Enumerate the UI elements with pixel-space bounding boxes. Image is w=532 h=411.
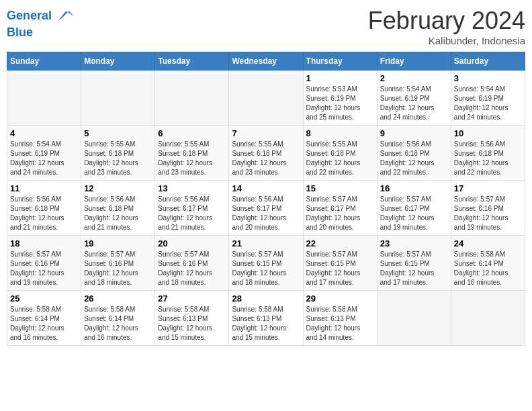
calendar-cell: 23Sunrise: 5:57 AM Sunset: 6:15 PM Dayli… [377, 236, 451, 291]
logo-text: General Blue [7, 7, 75, 40]
day-info: Sunrise: 5:57 AM Sunset: 6:16 PM Dayligh… [158, 250, 226, 287]
logo-icon [56, 7, 75, 26]
day-info: Sunrise: 5:56 AM Sunset: 6:18 PM Dayligh… [10, 195, 78, 232]
day-info: Sunrise: 5:58 AM Sunset: 6:13 PM Dayligh… [158, 305, 226, 342]
calendar-cell: 19Sunrise: 5:57 AM Sunset: 6:16 PM Dayli… [81, 236, 155, 291]
calendar-cell: 14Sunrise: 5:56 AM Sunset: 6:17 PM Dayli… [229, 181, 303, 236]
day-info: Sunrise: 5:57 AM Sunset: 6:16 PM Dayligh… [454, 195, 522, 232]
calendar-cell: 13Sunrise: 5:56 AM Sunset: 6:17 PM Dayli… [155, 181, 229, 236]
day-info: Sunrise: 5:56 AM Sunset: 6:18 PM Dayligh… [454, 140, 522, 177]
day-info: Sunrise: 5:58 AM Sunset: 6:14 PM Dayligh… [454, 250, 522, 287]
day-info: Sunrise: 5:57 AM Sunset: 6:17 PM Dayligh… [380, 195, 448, 232]
calendar-cell: 6Sunrise: 5:55 AM Sunset: 6:18 PM Daylig… [155, 126, 229, 181]
calendar-cell: 17Sunrise: 5:57 AM Sunset: 6:16 PM Dayli… [451, 181, 525, 236]
weekday-header: Tuesday [155, 52, 229, 71]
calendar-cell: 15Sunrise: 5:57 AM Sunset: 6:17 PM Dayli… [303, 181, 377, 236]
calendar-cell: 28Sunrise: 5:58 AM Sunset: 6:13 PM Dayli… [229, 291, 303, 346]
calendar-cell: 7Sunrise: 5:55 AM Sunset: 6:18 PM Daylig… [229, 126, 303, 181]
weekday-header: Sunday [7, 52, 81, 71]
day-number: 12 [84, 183, 152, 193]
day-number: 13 [158, 183, 226, 193]
day-info: Sunrise: 5:56 AM Sunset: 6:18 PM Dayligh… [380, 140, 448, 177]
day-number: 24 [454, 238, 522, 248]
day-number: 5 [84, 128, 152, 138]
day-number: 28 [232, 293, 300, 304]
day-info: Sunrise: 5:56 AM Sunset: 6:17 PM Dayligh… [158, 195, 226, 232]
day-number: 17 [454, 183, 522, 193]
day-number: 11 [10, 183, 78, 193]
day-number: 26 [84, 293, 152, 304]
weekday-header: Saturday [451, 52, 525, 71]
calendar-row: 11Sunrise: 5:56 AM Sunset: 6:18 PM Dayli… [7, 181, 525, 236]
calendar-cell [155, 71, 229, 126]
calendar-row: 4Sunrise: 5:54 AM Sunset: 6:19 PM Daylig… [7, 126, 525, 181]
day-info: Sunrise: 5:53 AM Sunset: 6:19 PM Dayligh… [306, 85, 374, 122]
day-number: 21 [232, 238, 300, 248]
day-info: Sunrise: 5:55 AM Sunset: 6:18 PM Dayligh… [158, 140, 226, 177]
day-number: 7 [232, 128, 300, 138]
calendar-cell: 24Sunrise: 5:58 AM Sunset: 6:14 PM Dayli… [451, 236, 525, 291]
day-info: Sunrise: 5:57 AM Sunset: 6:17 PM Dayligh… [306, 195, 374, 232]
calendar-body: 1Sunrise: 5:53 AM Sunset: 6:19 PM Daylig… [7, 71, 525, 346]
calendar-row: 18Sunrise: 5:57 AM Sunset: 6:16 PM Dayli… [7, 236, 525, 291]
day-info: Sunrise: 5:58 AM Sunset: 6:13 PM Dayligh… [232, 305, 300, 342]
calendar-cell [81, 71, 155, 126]
day-info: Sunrise: 5:57 AM Sunset: 6:15 PM Dayligh… [306, 250, 374, 287]
month-title: February 2024 [368, 7, 525, 35]
day-number: 23 [380, 238, 448, 248]
weekday-header: Thursday [303, 52, 377, 71]
weekday-header: Monday [81, 52, 155, 71]
calendar-cell: 3Sunrise: 5:54 AM Sunset: 6:19 PM Daylig… [451, 71, 525, 126]
page-header: General Blue February 2024 Kalibunder, I… [7, 7, 525, 46]
day-info: Sunrise: 5:55 AM Sunset: 6:18 PM Dayligh… [306, 140, 374, 177]
calendar-cell: 22Sunrise: 5:57 AM Sunset: 6:15 PM Dayli… [303, 236, 377, 291]
calendar-cell: 16Sunrise: 5:57 AM Sunset: 6:17 PM Dayli… [377, 181, 451, 236]
day-info: Sunrise: 5:56 AM Sunset: 6:17 PM Dayligh… [232, 195, 300, 232]
day-number: 19 [84, 238, 152, 248]
calendar-cell: 26Sunrise: 5:58 AM Sunset: 6:14 PM Dayli… [81, 291, 155, 346]
svg-marker-0 [58, 11, 74, 21]
calendar-cell: 12Sunrise: 5:56 AM Sunset: 6:18 PM Dayli… [81, 181, 155, 236]
day-info: Sunrise: 5:57 AM Sunset: 6:15 PM Dayligh… [380, 250, 448, 287]
day-number: 8 [306, 128, 374, 138]
calendar-cell: 2Sunrise: 5:54 AM Sunset: 6:19 PM Daylig… [377, 71, 451, 126]
location-title: Kalibunder, Indonesia [368, 35, 525, 46]
day-number: 20 [158, 238, 226, 248]
calendar-cell: 8Sunrise: 5:55 AM Sunset: 6:18 PM Daylig… [303, 126, 377, 181]
day-number: 15 [306, 183, 374, 193]
calendar-cell: 10Sunrise: 5:56 AM Sunset: 6:18 PM Dayli… [451, 126, 525, 181]
calendar-cell: 25Sunrise: 5:58 AM Sunset: 6:14 PM Dayli… [7, 291, 81, 346]
day-number: 14 [232, 183, 300, 193]
day-number: 10 [454, 128, 522, 138]
day-info: Sunrise: 5:57 AM Sunset: 6:15 PM Dayligh… [232, 250, 300, 287]
calendar-cell: 1Sunrise: 5:53 AM Sunset: 6:19 PM Daylig… [303, 71, 377, 126]
day-info: Sunrise: 5:57 AM Sunset: 6:16 PM Dayligh… [10, 250, 78, 287]
day-info: Sunrise: 5:54 AM Sunset: 6:19 PM Dayligh… [454, 85, 522, 122]
calendar-cell: 20Sunrise: 5:57 AM Sunset: 6:16 PM Dayli… [155, 236, 229, 291]
weekday-header: Friday [377, 52, 451, 71]
day-info: Sunrise: 5:58 AM Sunset: 6:13 PM Dayligh… [306, 305, 374, 342]
day-number: 16 [380, 183, 448, 193]
calendar-cell: 5Sunrise: 5:55 AM Sunset: 6:18 PM Daylig… [81, 126, 155, 181]
calendar-cell: 4Sunrise: 5:54 AM Sunset: 6:19 PM Daylig… [7, 126, 81, 181]
calendar-cell [451, 291, 525, 346]
day-number: 1 [306, 73, 374, 83]
calendar-cell: 18Sunrise: 5:57 AM Sunset: 6:16 PM Dayli… [7, 236, 81, 291]
day-info: Sunrise: 5:58 AM Sunset: 6:14 PM Dayligh… [84, 305, 152, 342]
calendar-cell: 27Sunrise: 5:58 AM Sunset: 6:13 PM Dayli… [155, 291, 229, 346]
day-info: Sunrise: 5:55 AM Sunset: 6:18 PM Dayligh… [232, 140, 300, 177]
day-info: Sunrise: 5:57 AM Sunset: 6:16 PM Dayligh… [84, 250, 152, 287]
day-info: Sunrise: 5:58 AM Sunset: 6:14 PM Dayligh… [10, 305, 78, 342]
day-number: 6 [158, 128, 226, 138]
header-row: SundayMondayTuesdayWednesdayThursdayFrid… [7, 52, 525, 71]
calendar-cell [377, 291, 451, 346]
day-number: 22 [306, 238, 374, 248]
calendar-row: 25Sunrise: 5:58 AM Sunset: 6:14 PM Dayli… [7, 291, 525, 346]
calendar-row: 1Sunrise: 5:53 AM Sunset: 6:19 PM Daylig… [7, 71, 525, 126]
calendar-cell: 29Sunrise: 5:58 AM Sunset: 6:13 PM Dayli… [303, 291, 377, 346]
day-number: 18 [10, 238, 78, 248]
title-section: February 2024 Kalibunder, Indonesia [368, 7, 525, 46]
calendar-table: SundayMondayTuesdayWednesdayThursdayFrid… [7, 52, 525, 346]
calendar-header: SundayMondayTuesdayWednesdayThursdayFrid… [7, 52, 525, 71]
day-number: 25 [10, 293, 78, 304]
